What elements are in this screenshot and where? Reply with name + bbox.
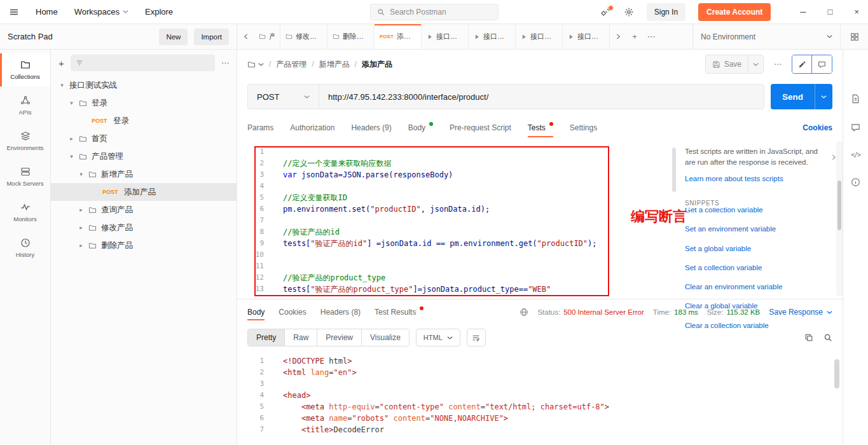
tree-item-folder[interactable]: ▸查询产品 xyxy=(51,201,237,219)
chevron-right-icon[interactable]: ▸ xyxy=(78,207,84,213)
tree-item-folder[interactable]: ▸修改产品 xyxy=(51,219,237,236)
network-info-icon[interactable] xyxy=(520,308,528,317)
open-tab[interactable]: 接口测试实战 xyxy=(563,24,610,49)
environment-selector[interactable]: No Environment xyxy=(692,24,840,49)
open-tab[interactable]: 删除产品 xyxy=(327,24,375,49)
snippet-link[interactable]: Set a collection variable xyxy=(685,263,826,273)
documentation-icon[interactable] xyxy=(851,94,860,104)
url-input[interactable]: http://47.95.142.233:8000/interface/prod… xyxy=(319,92,764,102)
chevron-down-icon[interactable]: ▾ xyxy=(69,153,74,160)
tree-item-request[interactable]: POST添加产品 xyxy=(51,183,237,201)
chevron-down-icon[interactable]: ▾ xyxy=(78,171,84,177)
response-scrollbar[interactable] xyxy=(834,359,839,388)
new-button[interactable]: New xyxy=(159,29,188,45)
nav-environments[interactable]: Environments xyxy=(0,125,50,158)
tabs-scroll-left-button[interactable] xyxy=(237,24,254,49)
tests-code-editor[interactable]: 12//定义一个变量来获取响应数据3var jsonData=JSON.pars… xyxy=(237,141,680,299)
code-line[interactable]: 2//定义一个变量来获取响应数据 xyxy=(246,158,680,169)
chevron-down-icon[interactable]: ▾ xyxy=(59,82,65,88)
chevron-right-icon[interactable]: ▸ xyxy=(78,242,84,249)
open-tab[interactable]: 修改产品 xyxy=(280,24,327,49)
request-tab-settings[interactable]: Settings xyxy=(570,114,597,141)
api-network-icon[interactable] xyxy=(601,7,611,17)
open-tab[interactable]: POST添加产品 xyxy=(375,24,422,49)
code-line[interactable]: 9tests["验证产品的id"] =jsonData.id == pm.env… xyxy=(246,238,680,249)
request-tab-body[interactable]: Body xyxy=(408,114,433,141)
tabs-scroll-right-button[interactable] xyxy=(610,24,626,49)
code-line[interactable]: 5//定义变量获取ID xyxy=(246,192,680,203)
code-line[interactable]: 3 xyxy=(246,378,843,390)
snippet-link[interactable]: Clear a global variable xyxy=(685,301,826,312)
tree-item-request[interactable]: POST登录 xyxy=(51,112,237,130)
create-account-button[interactable]: Create Account xyxy=(698,3,771,21)
code-line[interactable]: 6 <meta name="robots" content="NONE,NOAR… xyxy=(246,413,843,424)
settings-gear-icon[interactable] xyxy=(624,7,634,17)
snippet-link[interactable]: Set a global variable xyxy=(685,243,826,254)
topnav-home[interactable]: Home xyxy=(36,7,58,17)
code-line[interactable]: 4 xyxy=(246,181,680,192)
save-options-button[interactable] xyxy=(748,55,763,73)
code-line[interactable]: 12//验证产品的product_type xyxy=(246,272,680,284)
tab-options-button[interactable]: ⋯ xyxy=(643,24,659,49)
tree-item-folder[interactable]: ▾产品管理 xyxy=(51,147,237,165)
snippets-scrollbar[interactable] xyxy=(836,141,843,296)
open-tab[interactable]: 产品管理 xyxy=(254,24,280,49)
response-tab-cookies[interactable]: Cookies xyxy=(279,299,306,325)
response-tab-headers[interactable]: Headers (8) xyxy=(320,299,361,325)
code-line[interactable]: 3var jsonData=JSON.parse(responseBody) xyxy=(246,169,680,181)
window-close-button[interactable]: × xyxy=(854,7,859,17)
tree-item-folder[interactable]: ▾登录 xyxy=(51,94,237,112)
code-line[interactable]: 10 xyxy=(246,249,680,261)
code-line[interactable]: 2<html lang="en"> xyxy=(246,367,843,378)
copy-response-button[interactable] xyxy=(804,333,813,342)
nav-monitors[interactable]: Monitors xyxy=(0,196,50,229)
code-line[interactable]: 13tests["验证产品的product_type"]=jsonData.pr… xyxy=(246,284,680,295)
import-button[interactable]: Import xyxy=(194,29,229,45)
request-tab-headers[interactable]: Headers (9) xyxy=(351,114,391,141)
response-tab-body[interactable]: Body xyxy=(247,299,265,325)
cookies-link[interactable]: Cookies xyxy=(803,123,832,132)
search-input[interactable]: Search Postman xyxy=(370,4,499,20)
snippet-link[interactable]: Clear a collection variable xyxy=(685,320,826,331)
breadcrumb-item[interactable]: 新增产品 xyxy=(319,59,350,70)
code-line[interactable]: 1 xyxy=(246,146,680,158)
view-tab-visualize[interactable]: Visualize xyxy=(362,329,409,346)
sidebar-more-button[interactable]: ⋯ xyxy=(221,58,229,67)
tree-item-collection[interactable]: ▾接口测试实战 xyxy=(51,76,237,94)
code-line[interactable]: 11 xyxy=(246,261,680,272)
menu-icon[interactable] xyxy=(9,7,19,17)
learn-more-link[interactable]: Learn more about tests scripts xyxy=(685,174,826,184)
code-line[interactable]: 8//验证产品的id xyxy=(246,226,680,238)
response-body[interactable]: 1<!DOCTYPE html>2<html lang="en">34<head… xyxy=(237,350,843,435)
rename-button[interactable] xyxy=(792,55,812,73)
format-dropdown[interactable]: HTML xyxy=(416,329,460,346)
chevron-right-icon[interactable]: ▸ xyxy=(78,224,84,231)
sign-in-button[interactable]: Sign In xyxy=(647,3,685,21)
breadcrumb-item[interactable]: 产品管理 xyxy=(276,59,307,70)
snippet-link[interactable]: Set an environment variable xyxy=(685,224,826,235)
info-icon[interactable] xyxy=(851,177,860,187)
add-collection-button[interactable]: + xyxy=(59,58,64,69)
window-maximize-button[interactable]: □ xyxy=(828,7,833,17)
topnav-workspaces[interactable]: Workspaces xyxy=(74,7,128,17)
open-tab[interactable]: 接口测试实战 xyxy=(422,24,469,49)
request-tab-pre-request-script[interactable]: Pre-request Script xyxy=(450,114,511,141)
view-tab-preview[interactable]: Preview xyxy=(317,329,362,346)
send-options-button[interactable] xyxy=(815,84,832,109)
code-line[interactable]: 7 xyxy=(246,215,680,226)
window-minimize-button[interactable]: ─ xyxy=(800,7,806,17)
request-tab-authorization[interactable]: Authorization xyxy=(290,114,334,141)
code-line[interactable]: 7 <title>DecodeError xyxy=(246,424,843,435)
new-tab-button[interactable]: + xyxy=(626,24,643,49)
view-tab-raw[interactable]: Raw xyxy=(285,329,317,346)
send-button[interactable]: Send xyxy=(771,84,815,109)
open-tab[interactable]: 接口测试实战 xyxy=(469,24,516,49)
code-line[interactable]: 6pm.environment.set("productID", jsonDat… xyxy=(246,203,680,215)
snippet-link[interactable]: Clear an environment variable xyxy=(685,282,826,292)
open-tab[interactable]: 接口测试实战 xyxy=(516,24,563,49)
view-tab-pretty[interactable]: Pretty xyxy=(248,329,285,346)
save-button[interactable]: Save xyxy=(706,55,748,73)
request-more-actions-button[interactable]: ⋯ xyxy=(771,60,784,69)
code-snippet-icon[interactable]: </> xyxy=(851,151,860,158)
request-tab-tests[interactable]: Tests xyxy=(528,114,553,141)
